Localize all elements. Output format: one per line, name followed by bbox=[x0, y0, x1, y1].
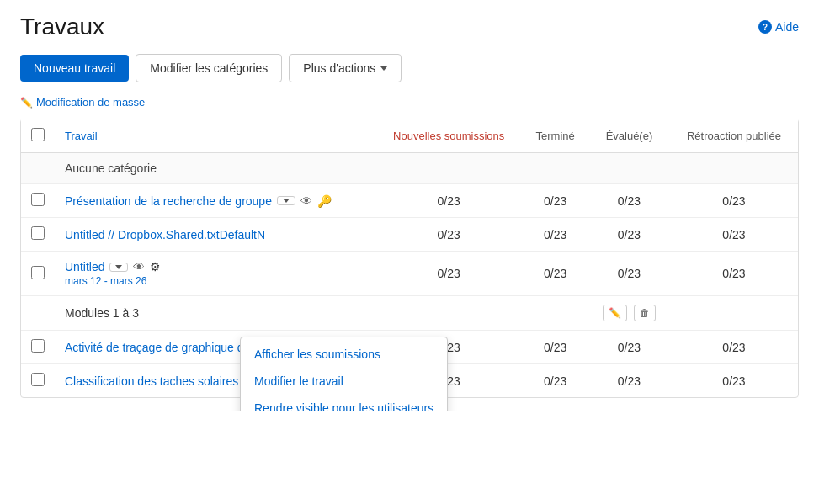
col-completed-header: Terminé bbox=[522, 119, 588, 153]
table-row: Untitled // Dropbox.Shared.txtDefaultN 0… bbox=[21, 218, 798, 252]
assignment-cell: Untitled // Dropbox.Shared.txtDefaultN bbox=[55, 218, 375, 252]
col-feedback-header: Rétroaction publiée bbox=[670, 119, 798, 153]
completed-cell: 0/23 bbox=[522, 331, 588, 364]
row-checkbox[interactable] bbox=[31, 266, 45, 279]
assignments-table: Travail Nouvelles soumissions Terminé Év… bbox=[20, 119, 799, 398]
new-assignment-button[interactable]: Nouveau travail bbox=[20, 55, 129, 82]
assignment-dropdown-button[interactable] bbox=[109, 263, 128, 272]
table-row: Modules 1 à 3 ✏️ 🗑 bbox=[21, 296, 798, 331]
chevron-down-icon bbox=[283, 199, 290, 203]
completed-cell bbox=[522, 296, 588, 331]
assignment-link[interactable]: Présentation de la recherche de groupe bbox=[65, 194, 272, 208]
delete-button[interactable]: 🗑 bbox=[634, 305, 656, 321]
menu-item-make-visible[interactable]: Rendre visible pour les utilisateurs bbox=[241, 395, 447, 411]
assignment-cell: Présentation de la recherche de groupe 👁… bbox=[55, 184, 375, 218]
more-actions-button[interactable]: Plus d'actions bbox=[289, 54, 402, 82]
select-all-checkbox[interactable] bbox=[31, 128, 45, 141]
help-link[interactable]: ? Aide bbox=[758, 20, 799, 34]
eye-icon: 👁 bbox=[133, 260, 145, 273]
row-checkbox[interactable] bbox=[31, 193, 45, 206]
category-label: Aucune catégorie bbox=[55, 153, 798, 184]
feedback-cell: 0/23 bbox=[670, 184, 798, 218]
feedback-cell: 0/23 bbox=[670, 364, 798, 398]
col-assignment-header: Travail bbox=[55, 119, 375, 153]
new-submissions-cell bbox=[375, 296, 523, 331]
more-actions-label: Plus d'actions bbox=[303, 61, 375, 75]
feedback-cell: 0/23 bbox=[670, 252, 798, 296]
row-checkbox[interactable] bbox=[31, 373, 45, 386]
completed-cell: 0/23 bbox=[522, 218, 588, 252]
evaluated-cell: ✏️ 🗑 bbox=[588, 296, 670, 331]
edit-icon: ✏️ bbox=[20, 97, 33, 109]
edit-categories-button[interactable]: Modifier les catégories bbox=[136, 54, 282, 82]
help-icon: ? bbox=[758, 20, 772, 34]
eye-icon: 👁 bbox=[300, 194, 312, 208]
menu-item-edit-assignment[interactable]: Modifier le travail bbox=[241, 368, 447, 395]
context-dropdown-menu: Afficher les soumissions Modifier le tra… bbox=[240, 337, 448, 411]
evaluated-cell: 0/23 bbox=[588, 218, 670, 252]
completed-cell: 0/23 bbox=[522, 364, 588, 398]
row-checkbox[interactable] bbox=[31, 339, 45, 353]
evaluated-cell: 0/23 bbox=[588, 252, 670, 296]
bulk-edit-link[interactable]: ✏️ Modification de masse bbox=[20, 96, 799, 109]
toolbar: Nouveau travail Modifier les catégories … bbox=[20, 54, 799, 82]
assignment-cell: Modules 1 à 3 bbox=[55, 296, 375, 331]
table-row: Présentation de la recherche de groupe 👁… bbox=[21, 184, 798, 218]
col-new-submissions-header: Nouvelles soumissions bbox=[375, 119, 523, 153]
assignment-date[interactable]: mars 12 - mars 26 bbox=[65, 275, 146, 287]
edit-button[interactable]: ✏️ bbox=[603, 305, 627, 321]
chevron-down-icon bbox=[380, 66, 387, 71]
assignment-dropdown-button[interactable] bbox=[277, 196, 295, 205]
evaluated-cell: 0/23 bbox=[588, 331, 670, 364]
evaluated-cell: 0/23 bbox=[588, 184, 670, 218]
col-evaluated-header: Évalué(e) bbox=[588, 119, 670, 153]
completed-cell: 0/23 bbox=[522, 184, 588, 218]
help-label: Aide bbox=[775, 20, 799, 34]
feedback-cell: 0/23 bbox=[670, 331, 798, 364]
category-item-label: Modules 1 à 3 bbox=[65, 306, 139, 320]
key-icon: 🔑 bbox=[317, 194, 332, 208]
menu-item-view-submissions[interactable]: Afficher les soumissions bbox=[241, 341, 447, 368]
table-row: Aucune catégorie bbox=[21, 153, 798, 184]
new-submissions-cell: 0/23 bbox=[375, 184, 523, 218]
assignment-link[interactable]: Classification des taches solaires bbox=[65, 374, 238, 388]
bulk-edit-label: Modification de masse bbox=[36, 96, 145, 109]
assignment-link[interactable]: Untitled bbox=[65, 260, 104, 273]
completed-cell: 0/23 bbox=[522, 252, 588, 296]
new-submissions-cell: 0/23 bbox=[375, 218, 523, 252]
assignment-link[interactable]: Untitled // Dropbox.Shared.txtDefaultN bbox=[65, 228, 265, 241]
assignment-cell: Untitled 👁 ⚙ mars 12 - mars 26 bbox=[55, 252, 375, 296]
settings-icon: ⚙ bbox=[150, 260, 161, 273]
row-checkbox[interactable] bbox=[31, 226, 45, 240]
table-row: Untitled 👁 ⚙ mars 12 - mars 26 0/23 0/23… bbox=[21, 252, 798, 296]
evaluated-cell: 0/23 bbox=[588, 364, 670, 398]
feedback-cell: 0/23 bbox=[670, 218, 798, 252]
new-submissions-cell: 0/23 bbox=[375, 252, 523, 296]
page-title: Travaux bbox=[20, 13, 104, 40]
chevron-down-icon bbox=[115, 265, 122, 269]
